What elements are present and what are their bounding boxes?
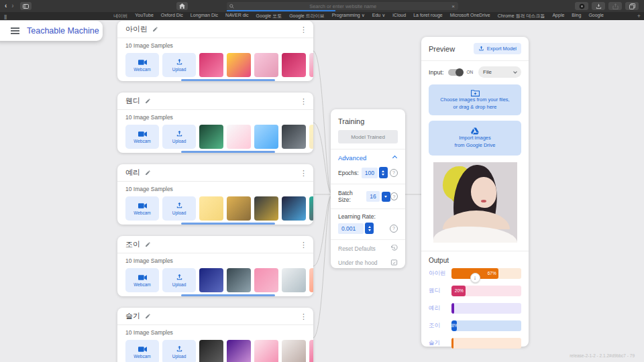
sample-thumbnail[interactable]: [282, 340, 306, 362]
sample-thumbnail[interactable]: [282, 53, 306, 77]
sample-thumbnail[interactable]: [309, 196, 313, 221]
bookmark-item[interactable]: Oxford Dic: [161, 13, 183, 19]
advanced-section-toggle[interactable]: Advanced: [338, 154, 398, 162]
sample-thumbnail[interactable]: [309, 340, 313, 362]
under-the-hood-button[interactable]: Under the hood: [338, 259, 398, 266]
download-icon[interactable]: [592, 2, 605, 10]
upload-button[interactable]: Upload: [162, 53, 196, 77]
sample-thumbnail[interactable]: [227, 268, 251, 292]
edit-icon[interactable]: [145, 313, 151, 319]
sample-thumbnail[interactable]: [254, 196, 278, 221]
home-icon[interactable]: [176, 2, 188, 10]
bookmark-item[interactable]: La foret rouge: [413, 13, 443, 19]
bookmark-item[interactable]: Chrome 원격 데스크톱: [498, 13, 545, 19]
sample-thumbnail[interactable]: [309, 125, 313, 149]
bookmark-item[interactable]: Longman Dic: [191, 13, 218, 19]
bookmark-item[interactable]: Edu ∨: [372, 13, 386, 19]
search-input[interactable]: [234, 3, 451, 9]
sample-thumbnail[interactable]: [282, 268, 306, 292]
sample-thumbnail[interactable]: [227, 196, 251, 221]
train-model-button[interactable]: Model Trained: [338, 130, 398, 143]
bookmark-item[interactable]: Apple: [552, 13, 564, 19]
tabs-icon[interactable]: [625, 2, 639, 10]
thumbnail-scrollbar[interactable]: [181, 223, 275, 225]
bookmark-item[interactable]: Microsoft OneDrive: [450, 13, 490, 19]
kebab-menu-icon[interactable]: ⋮: [300, 313, 307, 320]
scroll-down-button[interactable]: ↓: [470, 273, 480, 283]
thumbnail-scrollbar[interactable]: [181, 151, 275, 153]
epochs-value[interactable]: 100: [362, 168, 378, 178]
bookmark-item[interactable]: NAVER dic: [225, 13, 249, 19]
webcam-button[interactable]: Webcam: [125, 268, 159, 292]
webcam-button[interactable]: Webcam: [125, 196, 159, 221]
sample-thumbnail[interactable]: [199, 196, 223, 221]
export-model-button[interactable]: Export Model: [474, 43, 521, 54]
sample-thumbnail[interactable]: [254, 125, 278, 149]
batch-size-value[interactable]: 16: [366, 191, 379, 202]
upload-button[interactable]: Upload: [162, 196, 196, 221]
preview-panel: Preview Export Model Input: ON File Choo…: [421, 37, 529, 347]
kebab-menu-icon[interactable]: ⋮: [300, 241, 307, 248]
bookmark-item[interactable]: Bing: [572, 13, 581, 19]
choose-files-label: Choose images from your files, or drag &…: [440, 97, 509, 111]
tab-overview-icon[interactable]: ||||: [4, 14, 6, 19]
kebab-menu-icon[interactable]: ⋮: [300, 170, 307, 176]
bookmark-item[interactable]: 네이버: [113, 13, 127, 19]
bookmark-item[interactable]: Google: [588, 13, 604, 19]
sample-thumbnail[interactable]: [282, 125, 306, 149]
edit-icon[interactable]: [152, 26, 158, 32]
lr-help-icon[interactable]: ?: [390, 225, 398, 233]
sample-thumbnail[interactable]: [199, 268, 223, 292]
add-bookmark-icon[interactable]: +: [637, 13, 641, 19]
learning-rate-stepper[interactable]: [365, 223, 374, 234]
sample-thumbnail[interactable]: [282, 196, 306, 221]
batch-size-dropdown[interactable]: [382, 192, 390, 202]
thumbnail-scrollbar[interactable]: [181, 294, 275, 296]
epochs-help-icon[interactable]: ?: [390, 169, 398, 177]
bookmark-item[interactable]: Google 드라이브: [289, 13, 325, 19]
webcam-button[interactable]: Webcam: [125, 125, 159, 149]
sample-thumbnail[interactable]: [227, 125, 251, 149]
input-source-select[interactable]: File: [478, 66, 521, 78]
google-drive-import[interactable]: Import images from Google Drive: [429, 121, 521, 156]
bookmark-item[interactable]: Google 포토: [256, 13, 282, 19]
bookmark-item[interactable]: YouTube: [135, 13, 154, 19]
clear-icon[interactable]: ×: [451, 3, 455, 9]
share-icon[interactable]: [608, 2, 622, 10]
thumbnail-scrollbar[interactable]: [181, 79, 275, 81]
webcam-button[interactable]: Webcam: [125, 53, 159, 77]
choose-files-dropzone[interactable]: Choose images from your files, or drag &…: [429, 84, 521, 115]
sample-thumbnail[interactable]: [254, 340, 278, 362]
sample-thumbnail[interactable]: [227, 340, 251, 362]
sample-thumbnail[interactable]: [199, 53, 223, 77]
address-bar[interactable]: ×: [227, 2, 458, 10]
upload-button[interactable]: Upload: [162, 268, 196, 292]
reset-defaults-button[interactable]: Reset Defaults: [338, 245, 398, 252]
epochs-stepper[interactable]: [379, 167, 388, 178]
sample-thumbnail[interactable]: [199, 125, 223, 149]
sample-thumbnail[interactable]: [309, 53, 313, 77]
edit-icon[interactable]: [145, 98, 151, 104]
privacy-report-icon[interactable]: [575, 2, 588, 10]
input-toggle[interactable]: [448, 69, 463, 76]
edit-icon[interactable]: [145, 241, 151, 247]
edit-icon[interactable]: [145, 170, 151, 176]
menu-icon[interactable]: [11, 30, 19, 32]
bookmark-item[interactable]: Programming ∨: [332, 13, 365, 19]
sample-thumbnail[interactable]: [309, 268, 313, 292]
back-icon[interactable]: ‹: [5, 0, 7, 12]
bookmark-item[interactable]: iCloud: [392, 13, 406, 19]
kebab-menu-icon[interactable]: ⋮: [300, 98, 307, 105]
upload-button[interactable]: Upload: [162, 125, 196, 149]
kebab-menu-icon[interactable]: ⋮: [300, 26, 307, 33]
learning-rate-value[interactable]: 0.001: [338, 223, 364, 234]
batch-help-icon[interactable]: ?: [390, 192, 398, 200]
upload-button[interactable]: Upload: [162, 340, 196, 362]
sample-thumbnail[interactable]: [254, 53, 278, 77]
forward-icon[interactable]: ›: [11, 0, 13, 12]
webcam-button[interactable]: Webcam: [125, 340, 159, 362]
sample-thumbnail[interactable]: [254, 268, 278, 292]
sample-thumbnail[interactable]: [199, 340, 223, 362]
sample-thumbnail[interactable]: [227, 53, 251, 77]
sidebar-toggle-icon[interactable]: [20, 2, 32, 10]
